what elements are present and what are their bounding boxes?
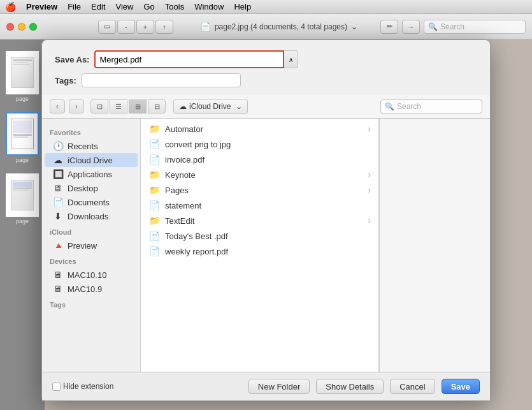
- thumbnail-1[interactable]: page: [6, 51, 39, 94]
- file-item-statement[interactable]: 📄 statement: [141, 198, 378, 213]
- thumbnail-2[interactable]: page: [6, 112, 39, 156]
- sidebar-item-documents[interactable]: 📄 Documents: [45, 195, 138, 209]
- tags-label: Tags:: [55, 76, 76, 85]
- downloads-icon: ⬇: [52, 211, 64, 221]
- show-details-button[interactable]: Show Details: [316, 379, 384, 394]
- search-placeholder: Search: [440, 22, 464, 31]
- annotate-btn[interactable]: ✏: [380, 20, 398, 34]
- right-panel: [378, 119, 490, 372]
- sidebar-item-downloads[interactable]: ⬇ Downloads: [45, 209, 138, 223]
- automator-name: Automator: [165, 124, 363, 134]
- view-column-btn[interactable]: ⊞: [129, 99, 147, 113]
- menu-window[interactable]: Window: [194, 2, 224, 11]
- recents-icon: 🕐: [52, 141, 64, 151]
- saveas-input-wrapper: ∧: [94, 50, 298, 68]
- file-item-textedit[interactable]: 📁 TextEdit: [141, 213, 378, 228]
- sidebar-item-mac109[interactable]: 🖥 MAC10.9: [45, 282, 138, 296]
- file-item-invoice[interactable]: 📄 invoice.pdf: [141, 152, 378, 167]
- close-button[interactable]: [6, 23, 14, 31]
- sidebar-item-mac1010[interactable]: 🖥 MAC10.10: [45, 268, 138, 282]
- zoom-in-btn[interactable]: +: [136, 20, 154, 34]
- saveas-input[interactable]: [94, 50, 284, 68]
- file-item-todays-best[interactable]: 📄 Today's Best .pdf: [141, 228, 378, 244]
- view-cover-btn[interactable]: ⊟: [148, 99, 166, 113]
- documents-label: Documents: [68, 198, 110, 207]
- menubar: 🍎 Preview File Edit View Go Tools Window…: [0, 0, 532, 14]
- mac109-label: MAC10.9: [68, 284, 102, 294]
- desktop-label: Desktop: [68, 184, 98, 193]
- thumbnail-3[interactable]: page: [6, 173, 39, 217]
- icloud-label: iCloud Drive: [68, 156, 113, 165]
- title-chevron[interactable]: ⌄: [351, 22, 357, 31]
- menu-go[interactable]: Go: [143, 2, 154, 11]
- menu-edit[interactable]: Edit: [91, 2, 105, 11]
- zoom-out-btn[interactable]: -: [117, 20, 135, 34]
- sidebar-item-icloud[interactable]: ☁ iCloud Drive: [45, 153, 138, 167]
- location-label: iCloud Drive: [189, 102, 231, 111]
- invoice-name: invoice.pdf: [165, 155, 371, 165]
- share-btn[interactable]: ↑: [155, 20, 173, 34]
- apple-menu[interactable]: 🍎: [5, 2, 16, 12]
- sidebar-item-recents[interactable]: 🕐 Recents: [45, 139, 138, 153]
- menu-help[interactable]: Help: [234, 2, 251, 11]
- statement-name: statement: [165, 201, 371, 210]
- applications-label: Applications: [68, 170, 112, 179]
- saveas-toggle-button[interactable]: ∧: [284, 50, 298, 68]
- weekly-name: weekly report.pdf: [165, 247, 371, 256]
- hide-extension-label: Hide extension: [63, 382, 113, 391]
- thumbnail-sidebar: page page page: [0, 40, 45, 410]
- mac1010-label: MAC10.10: [68, 270, 106, 280]
- saveas-row: Save As: ∧: [42, 40, 490, 73]
- new-folder-button[interactable]: New Folder: [248, 379, 310, 394]
- sidebar-item-desktop[interactable]: 🖥 Desktop: [45, 181, 138, 195]
- file-item-keynote[interactable]: 📁 Keynote: [141, 167, 378, 182]
- applications-icon: 🔲: [52, 169, 64, 179]
- view-icon-btn[interactable]: ⊡: [90, 99, 108, 113]
- toolbar-search-input[interactable]: 🔍 Search: [424, 20, 526, 34]
- nav-search[interactable]: 🔍 Search: [380, 99, 482, 113]
- traffic-lights: [6, 23, 37, 31]
- recents-label: Recents: [68, 142, 98, 151]
- favorites-label: Favorites: [42, 124, 140, 139]
- thumb-label-3: page: [16, 218, 29, 224]
- textedit-name: TextEdit: [165, 216, 363, 226]
- file-item-automator[interactable]: 📁 Automator: [141, 121, 378, 136]
- keynote-name: Keynote: [165, 170, 363, 180]
- minimize-button[interactable]: [18, 23, 25, 31]
- thumb-label-1: page: [16, 96, 29, 102]
- menu-file[interactable]: File: [68, 2, 81, 11]
- save-dialog: Save As: ∧ Tags: ‹ › ⊡ ☰ ⊞ ⊟ ☁ iCloud Dr…: [41, 40, 491, 401]
- menu-tools[interactable]: Tools: [165, 2, 184, 11]
- save-button[interactable]: Save: [442, 379, 480, 394]
- file-item-weekly[interactable]: 📄 weekly report.pdf: [141, 244, 378, 259]
- back-button[interactable]: ‹: [50, 99, 65, 113]
- search-icon: 🔍: [428, 22, 438, 31]
- cancel-button[interactable]: Cancel: [390, 379, 435, 394]
- location-selector[interactable]: ☁ iCloud Drive ⌄: [173, 99, 248, 114]
- desktop-icon: 🖥: [52, 183, 64, 193]
- sidebar-item-applications[interactable]: 🔲 Applications: [45, 167, 138, 181]
- view-toggle: ⊡ ☰ ⊞ ⊟: [90, 99, 166, 113]
- forward-button[interactable]: ›: [69, 99, 84, 113]
- icloud-icon: ☁: [52, 155, 64, 165]
- thumb-label-2: page: [16, 157, 29, 163]
- hide-extension-checkbox[interactable]: [52, 383, 61, 391]
- sidebar-toggle[interactable]: ▭: [98, 20, 116, 34]
- tags-input[interactable]: [82, 73, 241, 87]
- menu-view[interactable]: View: [116, 2, 134, 11]
- weekly-icon: 📄: [148, 246, 160, 256]
- nav-bar: ‹ › ⊡ ☰ ⊞ ⊟ ☁ iCloud Drive ⌄ 🔍 Search: [42, 95, 490, 119]
- file-item-convert[interactable]: 📄 convert png to jpg: [141, 136, 378, 152]
- convert-icon: 📄: [148, 139, 160, 149]
- file-item-pages[interactable]: 📁 Pages: [141, 182, 378, 198]
- statement-icon: 📄: [148, 200, 160, 210]
- preview-icon: 🔺: [52, 240, 64, 251]
- sidebar-item-preview[interactable]: 🔺 Preview: [45, 238, 138, 253]
- zoom-button[interactable]: [29, 23, 37, 31]
- saveas-label: Save As:: [55, 55, 89, 64]
- doc-icon: 📄: [200, 22, 211, 32]
- view-list-btn[interactable]: ☰: [110, 99, 127, 113]
- tools-btn[interactable]: →: [402, 20, 420, 34]
- mac109-icon: 🖥: [52, 284, 64, 294]
- titlebar-center: 📄 page2.jpg (4 documents, 4 total pages)…: [200, 22, 357, 32]
